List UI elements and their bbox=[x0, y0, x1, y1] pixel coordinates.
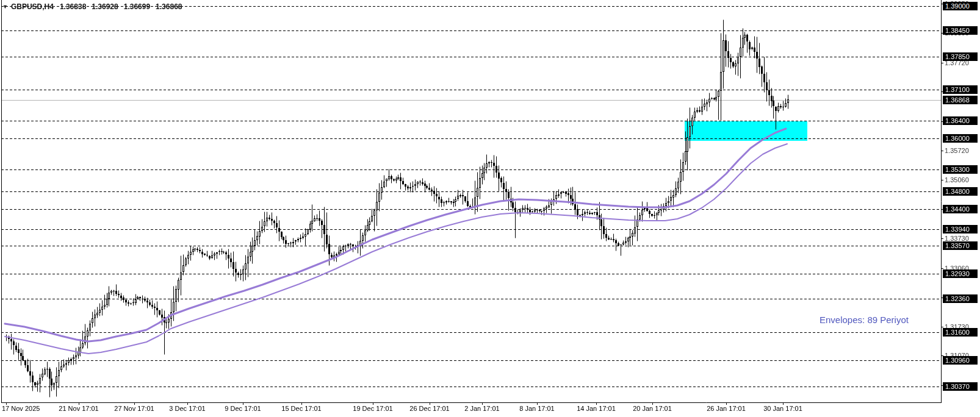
price-level-badge: 1.32360 bbox=[943, 294, 978, 303]
price-level-badge: 1.31600 bbox=[943, 328, 978, 337]
time-axis-label: 8 Jan 17:01 bbox=[519, 405, 555, 412]
ohlc-high-value: 1.36928 bbox=[92, 2, 118, 11]
price-level-badge: 1.39000 bbox=[943, 2, 978, 10]
price-level-badge: 1.33570 bbox=[943, 241, 978, 250]
current-price-badge: 1.36868 bbox=[943, 96, 978, 104]
price-level-badge: 1.32930 bbox=[943, 269, 978, 278]
price-level-badge: 1.33940 bbox=[943, 225, 978, 233]
time-axis-label: 26 Jan 17:01 bbox=[707, 405, 746, 412]
price-tick-label: 1.35720 bbox=[945, 147, 969, 154]
price-level-badge: 1.30960 bbox=[943, 356, 978, 365]
time-axis-label: 17 Nov 2025 bbox=[2, 405, 40, 412]
time-axis-label: 14 Jan 17:01 bbox=[577, 405, 616, 412]
price-level-badge: 1.37850 bbox=[943, 52, 978, 61]
chart-header: ▼ GBPUSD,H4 1.36838 1.36928 1.36699 1.36… bbox=[2, 2, 188, 11]
chart-window: ▼ GBPUSD,H4 1.36838 1.36928 1.36699 1.36… bbox=[0, 0, 980, 417]
price-level-badge: 1.35300 bbox=[943, 165, 978, 174]
price-level-badge: 1.30370 bbox=[943, 382, 978, 391]
time-axis-label: 3 Dec 17:01 bbox=[169, 405, 205, 412]
time-axis-label: 26 Dec 17:01 bbox=[409, 405, 449, 412]
symbol-period-label: GBPUSD,H4 bbox=[11, 2, 54, 11]
price-level-badge: 1.34400 bbox=[943, 205, 978, 213]
ohlc-close-value: 1.36868 bbox=[156, 2, 182, 11]
time-axis-label: 27 Nov 17:01 bbox=[114, 405, 154, 412]
quick-trade-arrow-icon[interactable]: ▼ bbox=[2, 4, 8, 10]
price-level-badge: 1.36000 bbox=[943, 134, 978, 143]
time-axis-label: 2 Jan 17:01 bbox=[464, 405, 500, 412]
time-axis-label: 19 Dec 17:01 bbox=[353, 405, 392, 412]
ohlc-low-value: 1.36699 bbox=[124, 2, 150, 11]
time-axis-label: 9 Dec 17:01 bbox=[225, 405, 261, 412]
price-tick-label: 1.35060 bbox=[945, 176, 969, 184]
ohlc-open-value: 1.36838 bbox=[60, 2, 86, 11]
price-level-badge: 1.38450 bbox=[943, 26, 978, 35]
envelopes-indicator-label: Envelopes: 89 Periyot bbox=[820, 315, 923, 325]
price-level-badge: 1.34800 bbox=[943, 187, 978, 196]
time-axis-label: 21 Nov 17:01 bbox=[59, 405, 98, 412]
price-level-badge: 1.37100 bbox=[943, 85, 978, 94]
price-level-badge: 1.36400 bbox=[943, 116, 978, 125]
time-axis-label: 15 Dec 17:01 bbox=[281, 405, 321, 412]
time-axis-label: 30 Jan 17:01 bbox=[763, 405, 802, 412]
chart-canvas[interactable] bbox=[0, 0, 980, 417]
time-axis-label: 20 Jan 17:01 bbox=[633, 405, 672, 412]
